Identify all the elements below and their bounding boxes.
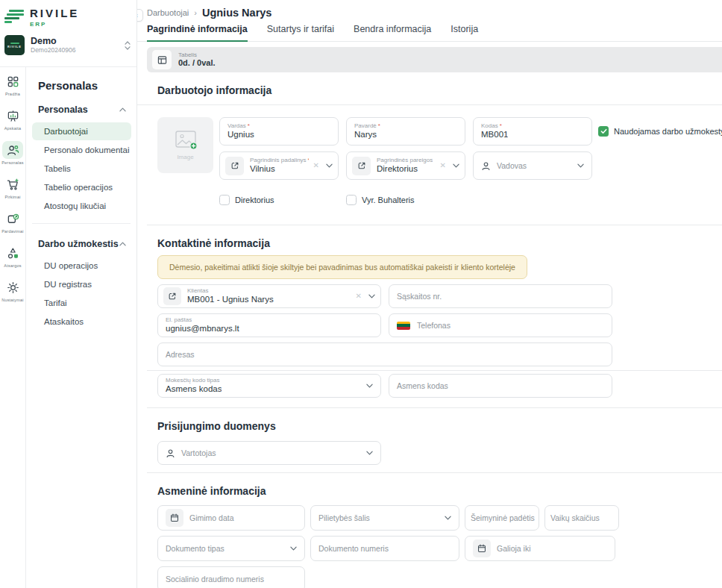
rail-item-pradzia[interactable]: Pradžia xyxy=(0,67,25,101)
external-link-icon[interactable] xyxy=(163,287,181,305)
rail-item-apskaita[interactable]: Apskaita xyxy=(0,101,25,136)
main-panel: ‹ Darbuotojai › Ugnius Narys Pagrindinė … xyxy=(136,0,722,588)
image-label: Image xyxy=(177,154,193,160)
external-link-icon[interactable] xyxy=(352,157,371,175)
vadovas-field[interactable]: Vadovas xyxy=(473,151,592,180)
tab-pagrindine-informacija[interactable]: Pagrindinė informacija xyxy=(147,24,248,42)
clear-icon[interactable]: ✕ xyxy=(313,162,319,169)
breadcrumb-parent[interactable]: Darbuotojai xyxy=(147,8,189,17)
chevron-down-icon[interactable] xyxy=(445,516,451,520)
pareigos-field[interactable]: Pagrindinės pareigos Direktorius ✕ xyxy=(346,151,465,180)
mokesciu-kodo-tipas-field[interactable]: Mokesčių kodo tipas Asmens kodas xyxy=(157,374,381,398)
vartotojas-field[interactable]: Vartotojas xyxy=(157,441,381,465)
sidebar-item-tabelio-operacijos[interactable]: Tabelio operacijos xyxy=(32,178,131,196)
sidebar-item-tabelis[interactable]: Tabelis xyxy=(32,160,131,178)
chevron-up-icon xyxy=(119,107,126,112)
tabelis-label: Tabelis xyxy=(178,51,216,59)
rail-item-atsargos[interactable]: Atsargos xyxy=(0,239,25,273)
chevron-down-icon[interactable] xyxy=(453,163,459,168)
calendar-icon[interactable] xyxy=(166,509,183,527)
sales-icon xyxy=(2,210,23,228)
rail-item-nustatymai[interactable]: Nustatymai xyxy=(0,273,25,307)
vyr-buhalteris-checkbox[interactable]: Vyr. Buhalteris xyxy=(346,195,415,205)
pavarde-field[interactable]: Pavardė* Narys xyxy=(346,117,465,146)
sidebar-group-darbo-uzmokestis[interactable]: Darbo užmokestis xyxy=(26,232,136,256)
chevron-up-icon xyxy=(119,242,126,246)
dokumento-tipas-field[interactable]: Dokumento tipas xyxy=(157,536,305,561)
vaiku-skaicius-field[interactable]: Vaikų skaičius xyxy=(544,505,619,531)
pilietybes-salis-field[interactable]: Pilietybės šalis xyxy=(310,505,459,531)
padalinys-field[interactable]: Pagrindinis padalinys* Vilnius ✕ xyxy=(219,151,339,180)
breadcrumb: Darbuotojai › Ugnius Narys xyxy=(147,7,271,19)
app-window: RIVILE ERP RIVILE Demo Demo20240906 Prad… xyxy=(0,0,722,588)
tab-bendra-informacija[interactable]: Bendra informacija xyxy=(354,24,431,42)
cart-icon xyxy=(2,175,23,193)
chevron-down-icon[interactable] xyxy=(577,163,584,168)
direktorius-checkbox[interactable]: Direktorius xyxy=(219,195,346,205)
sidebar-divider xyxy=(32,223,131,224)
tabelis-icon xyxy=(152,50,172,69)
image-placeholder-icon xyxy=(172,130,199,152)
rail-item-pardavimai[interactable]: Pardavimai xyxy=(0,204,25,239)
saskaitos-nr-field[interactable]: Sąskaitos nr. xyxy=(389,284,612,308)
employee-section-body: Image Vardas* Ugnius Pavardė* Narys xyxy=(137,105,722,211)
sidebar-item-personalo-dokumentai[interactable]: Personalo dokumentai xyxy=(32,141,131,159)
calendar-icon[interactable] xyxy=(473,539,491,557)
chevron-down-icon[interactable] xyxy=(326,163,333,168)
section-title-kontaktine-informacija: Kontaktinė informacija xyxy=(137,225,722,249)
sidebar-group-personalas[interactable]: Personalas xyxy=(26,98,136,122)
checkbox-checked-icon xyxy=(598,126,609,137)
workspace-selector[interactable]: RIVILE Demo Demo20240906 xyxy=(4,35,131,55)
section-title-asmenine-informacija: Asmeninė informacija xyxy=(137,473,722,497)
tab-sutartys-ir-tarifai[interactable]: Sutartys ir tarifai xyxy=(267,24,334,42)
vardas-field[interactable]: Vardas* Ugnius xyxy=(219,117,339,146)
socialinio-draudimo-field[interactable]: Socialinio draudimo numeris xyxy=(157,566,305,588)
payroll-checkbox[interactable]: Naudojamas darbo užmokestyje xyxy=(598,126,722,137)
brand-name: RIVILE xyxy=(30,7,79,19)
photo-upload[interactable]: Image xyxy=(157,117,213,173)
sidebar-item-darbuotojai[interactable]: Darbuotojai xyxy=(32,122,131,140)
module-rail: Pradžia Apskaita Personalas Pirkimai Par… xyxy=(0,67,26,588)
checkbox-unchecked-icon xyxy=(346,195,357,205)
sidebar-item-du-registras[interactable]: DU registras xyxy=(32,275,131,293)
asmens-kodas-field[interactable]: Asmens kodas xyxy=(389,374,612,398)
clear-icon[interactable]: ✕ xyxy=(356,293,362,300)
galioja-iki-field[interactable]: Galioja iki xyxy=(465,536,615,561)
sidebar-item-atostogu-likuciai[interactable]: Atostogų likučiai xyxy=(32,197,131,215)
rail-item-personalas[interactable]: Personalas xyxy=(0,136,25,170)
tab-istorija[interactable]: Istorija xyxy=(451,24,478,42)
tabelis-value: 0d. / 0val. xyxy=(178,58,216,68)
seimynine-padetis-field[interactable]: Šeimyninė padėtis xyxy=(465,505,539,531)
adresas-field[interactable]: Adresas xyxy=(157,343,612,366)
gear-icon xyxy=(2,278,23,296)
telefonas-field[interactable]: Telefonas xyxy=(389,313,612,337)
dokumento-numeris-field[interactable]: Dokumento numeris xyxy=(310,536,459,561)
chevron-down-icon[interactable] xyxy=(368,294,375,298)
chevron-down-icon[interactable] xyxy=(366,384,373,388)
tab-bar: Pagrindinė informacija Sutartys ir tarif… xyxy=(147,24,478,42)
accounting-icon xyxy=(2,107,23,125)
chevron-down-icon[interactable] xyxy=(366,451,373,455)
sidebar-title: Personalas xyxy=(26,67,136,98)
external-link-icon[interactable] xyxy=(225,157,244,175)
kodas-field[interactable]: Kodas* MB001 xyxy=(473,117,592,146)
clear-icon[interactable]: ✕ xyxy=(440,162,446,169)
sidebar-collapse-button[interactable]: ‹ xyxy=(136,9,143,22)
klientas-field[interactable]: Klientas MB001 - Ugnius Narys ✕ xyxy=(157,284,381,308)
lithuania-flag-icon[interactable] xyxy=(397,322,410,330)
sidebar-item-ataskaitos[interactable]: Ataskaitos xyxy=(32,313,131,331)
el-pastas-field[interactable]: El. paštas ugnius@mbnarys.lt xyxy=(157,313,381,337)
people-icon xyxy=(2,141,23,159)
checkbox-unchecked-icon xyxy=(219,195,230,205)
person-icon xyxy=(166,448,175,458)
gimimo-data-field[interactable]: Gimimo data xyxy=(157,505,305,531)
sidebar-item-tarifai[interactable]: Tarifai xyxy=(32,294,131,312)
rail-item-pirkimai[interactable]: Pirkimai xyxy=(0,170,25,204)
tabelis-summary-bar[interactable]: Tabelis 0d. / 0val. xyxy=(147,47,722,72)
warning-banner: Dėmesio, pakeitimai atlikti šioje skilty… xyxy=(157,255,527,279)
subsection-divider xyxy=(147,370,722,371)
workspace-name: Demo xyxy=(31,36,76,46)
sidebar-item-du-operacijos[interactable]: DU operacijos xyxy=(32,257,131,275)
inventory-icon xyxy=(2,244,23,262)
chevron-down-icon[interactable] xyxy=(290,546,297,551)
